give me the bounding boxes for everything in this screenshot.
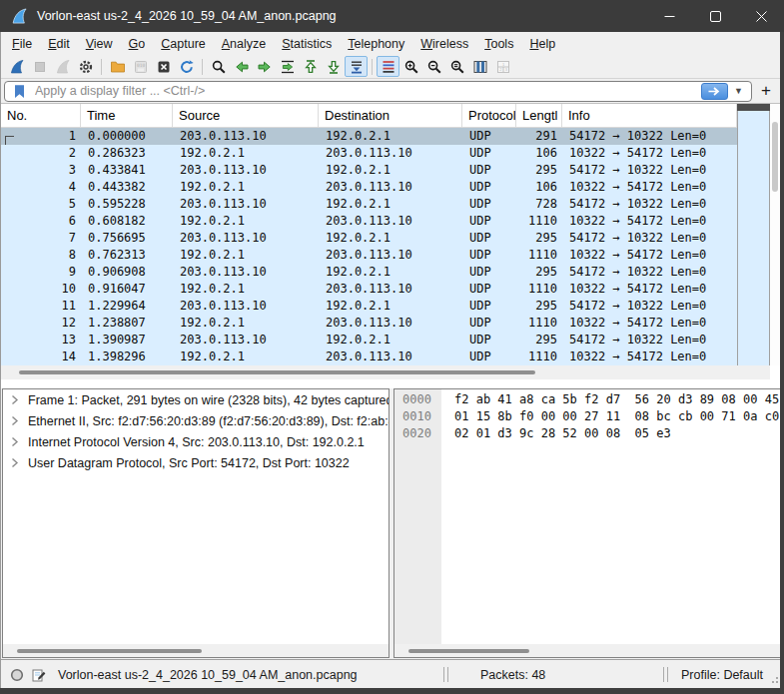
intelligent-scrollbar-minimap[interactable]	[737, 111, 770, 365]
menu-item-go[interactable]: Go	[121, 34, 154, 54]
colorize-packets-icon[interactable]	[377, 56, 399, 77]
filter-bookmark-icon[interactable]	[5, 82, 35, 101]
minimize-button[interactable]	[646, 0, 692, 32]
layout-grid-icon[interactable]: 123	[491, 56, 514, 77]
packet-row[interactable]: 6 0.608182 192.0.2.1 203.0.113.10 UDP 11…	[1, 213, 737, 230]
column-header-4[interactable]: Protocol	[462, 104, 516, 127]
vertical-scrollbar-thumb[interactable]	[772, 122, 778, 192]
detail-row[interactable]: Frame 1: Packet, 291 bytes on wire (2328…	[3, 389, 389, 410]
menu-item-file[interactable]: File	[4, 34, 40, 54]
expand-chevron-icon[interactable]	[9, 436, 20, 447]
close-file-icon[interactable]	[152, 56, 175, 77]
packet-row[interactable]: 8 0.762313 192.0.2.1 203.0.113.10 UDP 11…	[1, 247, 737, 264]
packet-row[interactable]: 7 0.756695 203.0.113.10 192.0.2.1 UDP 29…	[1, 230, 737, 247]
packet-list-horizontal-scrollbar[interactable]	[1, 365, 770, 379]
cell-length: 728	[516, 196, 562, 213]
hex-bytes: f2 ab 41 a8 ca 5b f2 d7 56 20 d3 89 08 0…	[441, 391, 782, 408]
menu-item-help[interactable]: Help	[521, 34, 563, 54]
cell-time: 0.906908	[81, 264, 173, 281]
column-header-1[interactable]: Time	[81, 104, 173, 127]
menu-item-capture[interactable]: Capture	[153, 34, 213, 54]
status-packets: Packets: 48	[480, 660, 545, 689]
restart-capture-icon[interactable]	[51, 56, 74, 77]
go-forward-icon[interactable]	[253, 56, 276, 77]
hex-row[interactable]: 0000 f2 ab 41 a8 ca 5b f2 d7 56 20 d3 89…	[394, 391, 781, 408]
packet-row[interactable]: 1 0.000000 203.0.113.10 192.0.2.1 UDP 29…	[1, 128, 737, 145]
detail-row[interactable]: Internet Protocol Version 4, Src: 203.0.…	[3, 431, 389, 452]
reload-file-icon[interactable]	[175, 56, 198, 77]
open-file-icon[interactable]	[106, 56, 129, 77]
packet-row[interactable]: 12 1.238807 192.0.2.1 203.0.113.10 UDP 1…	[1, 315, 737, 332]
detail-row[interactable]: User Datagram Protocol, Src Port: 54172,…	[3, 452, 389, 473]
expand-chevron-icon[interactable]	[9, 457, 20, 468]
hex-row[interactable]: 0010 01 15 8b f0 00 00 27 11 08 bc cb 00…	[394, 408, 781, 425]
packet-list-vertical-scrollbar[interactable]	[770, 104, 780, 365]
capture-options-icon[interactable]	[74, 56, 97, 77]
column-header-2[interactable]: Source	[173, 104, 319, 127]
packet-row[interactable]: 13 1.390987 203.0.113.10 192.0.2.1 UDP 2…	[1, 332, 737, 348]
auto-scroll-icon[interactable]	[345, 56, 368, 77]
save-file-icon[interactable]: 010	[129, 56, 152, 77]
window-border-bottom	[0, 688, 784, 694]
menu-item-edit[interactable]: Edit	[40, 34, 78, 54]
packet-row[interactable]: 9 0.906908 203.0.113.10 192.0.2.1 UDP 29…	[1, 264, 737, 281]
menu-item-statistics[interactable]: Statistics	[274, 34, 340, 54]
apply-filter-button[interactable]	[701, 83, 728, 100]
expand-chevron-icon[interactable]	[9, 394, 20, 405]
stop-capture-icon[interactable]	[28, 56, 51, 77]
packet-row[interactable]: 10 0.916047 192.0.2.1 203.0.113.10 UDP 1…	[1, 281, 737, 298]
go-back-icon[interactable]	[230, 56, 253, 77]
find-packet-icon[interactable]	[207, 56, 230, 77]
packet-row[interactable]: 4 0.443382 192.0.2.1 203.0.113.10 UDP 10…	[1, 179, 737, 196]
title-bar[interactable]: Vorlon-east us-2_4_2026 10_59_04 AM_anon…	[0, 0, 784, 32]
hex-offset: 0000	[394, 391, 441, 408]
zoom-in-icon[interactable]	[399, 56, 422, 77]
resize-columns-icon[interactable]	[468, 56, 491, 77]
menu-item-telephony[interactable]: Telephony	[340, 34, 412, 54]
menu-item-wireless[interactable]: Wireless	[412, 34, 476, 54]
close-button[interactable]	[738, 0, 784, 32]
menu-item-view[interactable]: View	[78, 34, 121, 54]
maximize-button[interactable]	[692, 0, 738, 32]
cell-protocol: UDP	[462, 264, 516, 281]
toolbar-separator	[372, 59, 373, 75]
pane-splitter[interactable]	[1, 379, 780, 388]
expand-chevron-icon[interactable]	[9, 415, 20, 426]
display-filter-input[interactable]	[35, 83, 697, 100]
capture-comment-icon[interactable]	[32, 660, 46, 689]
horizontal-scrollbar-thumb[interactable]	[19, 370, 535, 374]
column-header-3[interactable]: Destination	[319, 104, 462, 127]
bytes-horizontal-scrollbar[interactable]	[394, 644, 781, 657]
start-capture-icon[interactable]	[5, 56, 28, 77]
zoom-out-icon[interactable]	[422, 56, 445, 77]
column-header-6[interactable]: Info	[562, 104, 737, 127]
go-to-packet-icon[interactable]	[276, 56, 299, 77]
resize-grip[interactable]	[768, 673, 778, 683]
expert-info-icon[interactable]	[10, 660, 24, 689]
details-horizontal-scrollbar[interactable]	[3, 644, 389, 657]
cell-protocol: UDP	[462, 179, 516, 196]
go-first-packet-icon[interactable]	[299, 56, 322, 77]
filter-dropdown-caret-icon[interactable]: ▼	[728, 86, 748, 96]
column-header-0[interactable]: No.	[1, 104, 81, 127]
hex-row[interactable]: 0020 02 01 d3 9c 28 52 00 08 05 e3	[394, 425, 781, 442]
cell-protocol: UDP	[462, 145, 516, 162]
packet-row[interactable]: 14 1.398296 192.0.2.1 203.0.113.10 UDP 1…	[1, 348, 737, 365]
packet-row[interactable]: 5 0.595228 203.0.113.10 192.0.2.1 UDP 72…	[1, 196, 737, 213]
menu-item-analyze[interactable]: Analyze	[214, 34, 274, 54]
horizontal-scrollbar-thumb[interactable]	[17, 649, 202, 653]
horizontal-scrollbar-thumb[interactable]	[408, 649, 529, 653]
packet-row[interactable]: 2 0.286323 192.0.2.1 203.0.113.10 UDP 10…	[1, 145, 737, 162]
detail-row[interactable]: Ethernet II, Src: f2:d7:56:20:d3:89 (f2:…	[3, 410, 389, 431]
cell-destination: 203.0.113.10	[319, 213, 462, 230]
zoom-original-icon[interactable]	[445, 56, 468, 77]
packet-table-header: No.TimeSourceDestinationProtocolLengtlIn…	[1, 104, 737, 128]
go-last-packet-icon[interactable]	[322, 56, 345, 77]
packet-row[interactable]: 3 0.433841 203.0.113.10 192.0.2.1 UDP 29…	[1, 162, 737, 179]
status-profile[interactable]: Profile: Default	[681, 660, 763, 689]
packet-row[interactable]: 11 1.229964 203.0.113.10 192.0.2.1 UDP 2…	[1, 298, 737, 315]
menu-item-tools[interactable]: Tools	[476, 34, 521, 54]
cell-source: 192.0.2.1	[173, 247, 319, 264]
add-filter-button[interactable]: +	[756, 81, 776, 102]
column-header-5[interactable]: Lengtl	[516, 104, 562, 127]
